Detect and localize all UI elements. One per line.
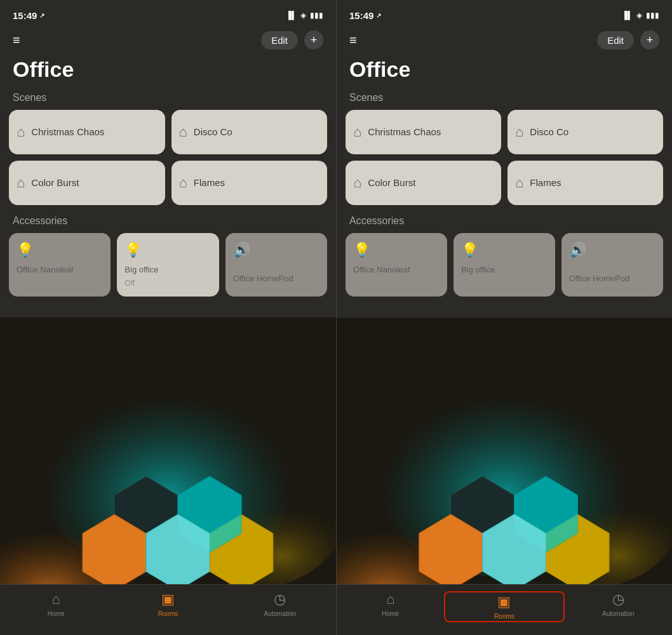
left-status-bar: 15:49 ↗ ▐▌ ◈ ▮▮▮ [0, 0, 336, 28]
right-scene-colorburst[interactable]: ⌂ Color Burst [346, 161, 501, 205]
left-content: 15:49 ↗ ▐▌ ◈ ▮▮▮ ≡ Edit + Office Scenes [0, 0, 336, 584]
right-accessory-bigoffice[interactable]: 💡 Big office Off [454, 233, 555, 297]
right-speaker-icon: 🔊 [569, 242, 655, 258]
right-tab-home[interactable]: ⌂ Home [337, 591, 444, 617]
right-signal-icon: ▐▌ [622, 11, 633, 20]
scene-colorburst-name: Color Burst [31, 177, 79, 189]
right-scene-home-icon-4: ⌂ [515, 175, 523, 191]
right-rooms-tab-icon: ▣ [497, 594, 511, 610]
right-menu[interactable]: ≡ [349, 33, 357, 48]
menu-icon[interactable]: ≡ [13, 33, 20, 48]
right-add-button[interactable]: + [640, 30, 659, 50]
right-scene-home-icon-3: ⌂ [353, 175, 361, 191]
bigoffice-name: Big office [124, 265, 211, 275]
left-phone: 15:49 ↗ ▐▌ ◈ ▮▮▮ ≡ Edit + Office Scenes [0, 0, 336, 635]
left-tab-automation[interactable]: ◷ Automation [224, 591, 336, 617]
right-status-bar: 15:49 ↗ ▐▌ ◈ ▮▮▮ [337, 0, 672, 28]
right-scene-flames[interactable]: ⌂ Flames [507, 161, 663, 205]
scene-home-icon-2: ⌂ [179, 124, 187, 140]
right-bigoffice-status: Off [461, 279, 548, 288]
left-tab-home[interactable]: ⌂ Home [0, 591, 112, 617]
scene-card-disco[interactable]: ⌂ Disco Co [171, 110, 328, 154]
right-tab-rooms[interactable]: ▣ Rooms [444, 591, 564, 622]
right-nanoleaf-name: Office Nanoleaf [353, 265, 440, 275]
left-header: ≡ Edit + [0, 28, 336, 55]
left-scenes-grid: ⌂ Christmas Chaos ⌂ Disco Co ⌂ Color Bur… [0, 110, 336, 215]
left-tab-rooms[interactable]: ▣ Rooms [112, 591, 224, 617]
left-scenes-label: Scenes [0, 92, 336, 110]
left-room-title: Office [0, 55, 336, 92]
speaker-icon-1: 🔊 [233, 242, 319, 258]
left-menu[interactable]: ≡ [13, 33, 20, 48]
scene-card-christmas[interactable]: ⌂ Christmas Chaos [9, 110, 165, 154]
right-accessories-label: Accessories [337, 215, 672, 233]
homepod-name: Office HomePod [233, 274, 319, 284]
right-scene-flames-name: Flames [530, 177, 561, 189]
right-accessory-nanoleaf[interactable]: 💡 Office Nanoleaf Off [346, 233, 447, 297]
right-scene-home-icon-1: ⌂ [353, 124, 361, 140]
scene-christmas-name: Christmas Chaos [31, 126, 104, 138]
automation-tab-label: Automation [264, 610, 297, 617]
right-tab-automation[interactable]: ◷ Automation [565, 591, 672, 617]
left-status-icons: ▐▌ ◈ ▮▮▮ [286, 11, 323, 20]
scene-home-icon: ⌂ [17, 124, 25, 140]
rooms-tab-label: Rooms [158, 610, 178, 617]
left-edit-button[interactable]: Edit [261, 31, 298, 50]
right-tab-bar: ⌂ Home ▣ Rooms ◷ Automation [337, 584, 672, 635]
right-homepod-name: Office HomePod [569, 274, 655, 284]
right-rooms-tab-label: Rooms [494, 613, 514, 620]
right-scene-colorburst-name: Color Burst [368, 177, 415, 189]
right-bulb-icon-1: 💡 [353, 242, 440, 258]
right-time: 15:49 ↗ [349, 10, 381, 21]
right-time-text: 15:49 [349, 10, 373, 21]
battery-icon: ▮▮▮ [310, 11, 323, 20]
right-battery-icon: ▮▮▮ [646, 11, 659, 20]
scene-home-icon-4: ⌂ [179, 175, 187, 191]
nanoleaf-name: Office Nanoleaf [17, 265, 103, 275]
right-header-right: Edit + [597, 30, 659, 50]
right-scene-christmas-name: Christmas Chaos [368, 126, 441, 138]
right-menu-icon[interactable]: ≡ [349, 33, 357, 48]
scene-flames-name: Flames [194, 177, 225, 189]
right-home-tab-icon: ⌂ [386, 591, 394, 608]
accessory-nanoleaf[interactable]: 💡 Office Nanoleaf Off [9, 233, 111, 297]
right-home-tab-label: Home [382, 610, 399, 617]
right-scene-christmas[interactable]: ⌂ Christmas Chaos [346, 110, 501, 154]
scene-disco-name: Disco Co [194, 126, 232, 138]
right-location-arrow-icon: ↗ [376, 12, 381, 19]
left-accessories-grid: 💡 Office Nanoleaf Off 💡 Big office Off 🔊… [0, 233, 336, 307]
location-arrow-icon: ↗ [39, 12, 44, 19]
left-header-right: Edit + [261, 30, 323, 50]
right-accessories-grid: 💡 Office Nanoleaf Off 💡 Big office Off 🔊… [337, 233, 672, 307]
scene-card-flames[interactable]: ⌂ Flames [171, 161, 328, 205]
right-scene-home-icon-2: ⌂ [515, 124, 523, 140]
automation-tab-icon: ◷ [274, 591, 286, 608]
scene-card-colorburst[interactable]: ⌂ Color Burst [9, 161, 165, 205]
right-nanoleaf-status: Off [353, 279, 440, 288]
right-edit-button[interactable]: Edit [597, 31, 634, 50]
right-header: ≡ Edit + [337, 28, 672, 55]
bulb-icon-2: 💡 [124, 242, 211, 258]
right-bulb-icon-2: 💡 [461, 242, 548, 258]
bigoffice-status: Off [124, 279, 211, 288]
right-phone: 15:49 ↗ ▐▌ ◈ ▮▮▮ ≡ Edit + Office Scenes [336, 0, 672, 635]
right-accessory-homepod[interactable]: 🔊 Office HomePod [561, 233, 663, 297]
left-tab-bar: ⌂ Home ▣ Rooms ◷ Automation [0, 584, 336, 635]
wifi-icon: ◈ [300, 11, 306, 20]
accessory-bigoffice[interactable]: 💡 Big office Off [117, 233, 218, 297]
accessory-homepod[interactable]: 🔊 Office HomePod [225, 233, 327, 297]
nanoleaf-status: Off [17, 279, 103, 288]
right-scenes-label: Scenes [337, 92, 672, 110]
time-text: 15:49 [13, 10, 37, 21]
bulb-icon-1: 💡 [17, 242, 103, 258]
right-bigoffice-name: Big office [461, 265, 548, 275]
right-scenes-grid: ⌂ Christmas Chaos ⌂ Disco Co ⌂ Color Bur… [337, 110, 672, 215]
scene-home-icon-3: ⌂ [17, 175, 25, 191]
home-tab-icon: ⌂ [52, 591, 60, 608]
left-time: 15:49 ↗ [13, 10, 44, 21]
left-add-button[interactable]: + [304, 30, 323, 50]
right-scene-disco[interactable]: ⌂ Disco Co [507, 110, 663, 154]
signal-icon: ▐▌ [286, 11, 297, 20]
right-automation-tab-label: Automation [602, 610, 635, 617]
home-tab-label: Home [48, 610, 65, 617]
